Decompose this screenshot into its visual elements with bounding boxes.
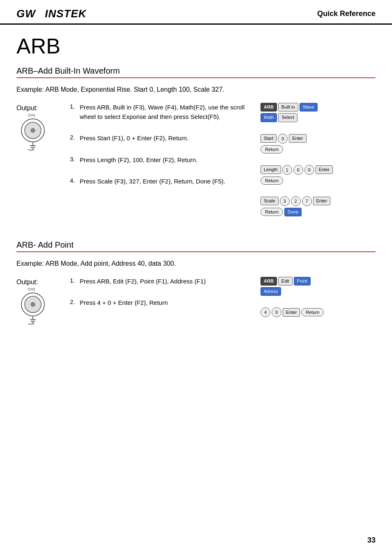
math-button[interactable]: Math: [261, 113, 277, 122]
svg-point-3: [31, 128, 35, 132]
enter-button-4[interactable]: Enter: [283, 308, 300, 317]
return-button-3[interactable]: Return: [261, 208, 283, 216]
arb-button-1[interactable]: ARB: [261, 103, 277, 111]
page-number: 33: [367, 536, 376, 545]
two-button[interactable]: 2: [291, 196, 301, 206]
btn-row-1-3b: Return: [261, 176, 376, 185]
output-knob-1: CH1 50Ω: [16, 112, 49, 151]
step-num-2-1: 1.: [70, 277, 77, 284]
logo: GW INSTEK: [16, 7, 87, 20]
edit-button[interactable]: Edit: [278, 277, 293, 285]
section-add-point: ARB- Add Point Example: ARB Mode, Add po…: [16, 240, 376, 329]
btn-row-2-1a: ARB Edit Point: [261, 277, 376, 285]
zero-button-2[interactable]: 0: [293, 165, 303, 175]
svg-text:50Ω: 50Ω: [28, 323, 34, 325]
step-1-2: 2. Press Start (F1), 0 + Enter (F2), Ret…: [70, 134, 261, 143]
adress-button[interactable]: Adress: [261, 287, 281, 296]
scale-button[interactable]: Scale: [261, 197, 279, 205]
section2-layout: Output: CH1 50Ω 1. Press ARB, Edit: [16, 277, 376, 329]
step-2-2: 2. Press 4 + 0 + Enter (F2), Return: [70, 298, 261, 308]
return-button-1[interactable]: Return: [261, 145, 283, 153]
output-label-1: Output:: [16, 103, 70, 112]
step-text-1-1: Press ARB, Built in (F3), Wave (F4), Mat…: [80, 103, 261, 121]
enter-button-2[interactable]: Enter: [316, 165, 333, 174]
btn-group-2-2: 4 0 Enter Return: [261, 307, 376, 317]
btn-row-1-2b: Return: [261, 145, 376, 153]
step-num-2-2: 2.: [70, 298, 77, 305]
step-text-1-2: Press Start (F1), 0 + Enter (F2), Return…: [80, 134, 189, 143]
output-knob-2: CH1 50Ω: [16, 286, 49, 325]
return-button-4[interactable]: Return: [301, 308, 324, 316]
step-text-2-1: Press ARB, Edit (F2), Point (F1), Addres…: [80, 277, 206, 286]
output-label-2: Output:: [16, 277, 70, 286]
four-button[interactable]: 4: [261, 307, 270, 317]
btn-row-1-2a: Start 0 Enter: [261, 134, 376, 144]
step-text-1-3: Press Length (F2), 100, Enter (F2), Retu…: [80, 155, 198, 165]
step-num-1-1: 1.: [70, 103, 77, 110]
step-text-2-2: Press 4 + 0 + Enter (F2), Return: [80, 298, 168, 308]
done-button[interactable]: Done: [284, 208, 302, 216]
step-1-3: 3. Press Length (F2), 100, Enter (F2), R…: [70, 155, 261, 165]
btn-row-1-4a: Scale 3 2 7 Enter: [261, 196, 376, 206]
arb-title: ARB: [16, 35, 376, 58]
btn-diagrams-2: ARB Edit Point Adress 4 0 Enter Return: [261, 277, 376, 329]
enter-button-3[interactable]: Enter: [313, 197, 330, 205]
btn-row-2-1b: Adress: [261, 287, 376, 296]
main-content: ARB ARB–Add Built-In Waveform Example: A…: [0, 25, 392, 353]
btn-group-1-4: Scale 3 2 7 Enter Return Done: [261, 196, 376, 216]
step-1-4: 4. Press Scale (F3), 327, Enter (F2), Re…: [70, 177, 261, 186]
start-button[interactable]: Start: [261, 134, 277, 143]
one-button[interactable]: 1: [282, 165, 292, 175]
btn-diagrams-1: ARB Built in Wave Math Select Start 0 En…: [261, 103, 376, 228]
page-title-header: Quick Reference: [317, 9, 376, 18]
btn-row-1-1b: Math Select: [261, 113, 376, 122]
enter-button-1[interactable]: Enter: [289, 134, 306, 143]
three-button[interactable]: 3: [280, 196, 290, 206]
btn-row-2-2a: 4 0 Enter Return: [261, 307, 376, 317]
step-text-1-4: Press Scale (F3), 327, Enter (F2), Retur…: [80, 177, 225, 186]
btn-row-1-1a: ARB Built in Wave: [261, 103, 376, 111]
step-num-1-2: 2.: [70, 134, 77, 141]
zero-button-1[interactable]: 0: [278, 134, 288, 144]
btn-row-1-4b: Return Done: [261, 208, 376, 216]
output-col-1: Output: CH1 50Ω: [16, 103, 70, 228]
btn-group-2-1: ARB Edit Point Adress: [261, 277, 376, 296]
svg-text:CH1: CH1: [28, 113, 35, 117]
arb-button-2[interactable]: ARB: [261, 277, 277, 285]
section1-divider: [16, 77, 376, 78]
builtin-button[interactable]: Built in: [278, 103, 298, 111]
section1-title: ARB–Add Built-In Waveform: [16, 66, 376, 76]
section-add-builtin: ARB–Add Built-In Waveform Example: ARB M…: [16, 66, 376, 228]
step-1-1: 1. Press ARB, Built in (F3), Wave (F4), …: [70, 103, 261, 121]
zero-button-3[interactable]: 0: [304, 165, 314, 175]
section1-example: Example: ARB Mode, Exponential Rise. Sta…: [16, 85, 376, 95]
section2-divider: [16, 251, 376, 252]
output-col-2: Output: CH1 50Ω: [16, 277, 70, 329]
header: GW INSTEK Quick Reference: [0, 0, 392, 25]
return-button-2[interactable]: Return: [261, 176, 283, 185]
svg-text:50Ω: 50Ω: [28, 149, 34, 151]
section1-layout: Output: CH1 50Ω: [16, 103, 376, 228]
select-button[interactable]: Select: [278, 113, 297, 122]
step-2-1: 1. Press ARB, Edit (F2), Point (F1), Add…: [70, 277, 261, 286]
wave-button[interactable]: Wave: [300, 103, 318, 111]
seven-button[interactable]: 7: [302, 196, 312, 206]
point-button[interactable]: Point: [294, 277, 311, 285]
section2-example: Example: ARB Mode, Add point, Address 40…: [16, 259, 376, 269]
btn-row-1-3a: Length 1 0 0 Enter: [261, 165, 376, 175]
svg-text:CH1: CH1: [28, 287, 35, 291]
btn-group-1-2: Start 0 Enter Return: [261, 134, 376, 153]
btn-group-1-1: ARB Built in Wave Math Select: [261, 103, 376, 122]
step-num-1-4: 4.: [70, 177, 77, 184]
step-num-1-3: 3.: [70, 155, 77, 162]
svg-point-13: [31, 302, 35, 306]
steps-col-2: 1. Press ARB, Edit (F2), Point (F1), Add…: [70, 277, 261, 329]
btn-group-1-3: Length 1 0 0 Enter Return: [261, 165, 376, 185]
section2-title: ARB- Add Point: [16, 240, 376, 250]
length-button[interactable]: Length: [261, 165, 281, 174]
steps-col-1: 1. Press ARB, Built in (F3), Wave (F4), …: [70, 103, 261, 228]
zero-button-4[interactable]: 0: [272, 307, 281, 317]
